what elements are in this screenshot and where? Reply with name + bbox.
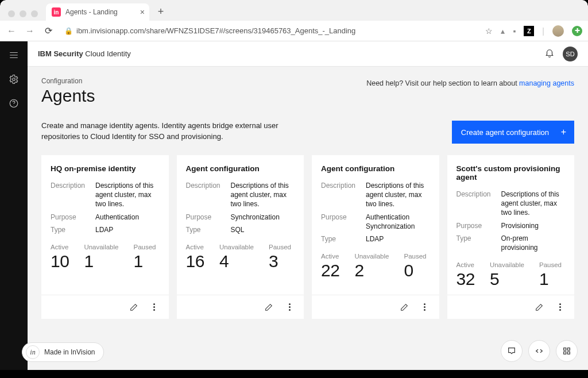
label-unavailable: Unavailable (354, 253, 389, 260)
user-avatar[interactable]: SD (563, 47, 578, 61)
extension-icon[interactable]: ▴ (501, 26, 505, 36)
stat-unavailable: 1 (84, 252, 118, 271)
left-rail (0, 41, 28, 370)
new-tab-button[interactable]: + (153, 3, 169, 20)
label-active: Active (186, 244, 204, 250)
browser-chrome: in Agents - Landing × + ← → ⟳ 🔒 ibm.invi… (0, 0, 588, 41)
card-description: Descriptions of this agent cluster, max … (366, 181, 430, 209)
svg-point-0 (13, 78, 16, 81)
invision-favicon-icon: in (52, 7, 61, 17)
stat-paused: 1 (539, 269, 562, 289)
card-title: Agent configuration (186, 164, 295, 173)
stat-active: 16 (186, 252, 204, 271)
extension-icon[interactable]: ▪ (513, 26, 516, 36)
stat-active: 22 (321, 261, 339, 280)
label-paused: Paused (404, 253, 426, 260)
overflow-menu-icon[interactable] (146, 299, 163, 316)
label-purpose: Purpose (457, 221, 501, 230)
stat-paused: 3 (269, 252, 291, 271)
agent-card[interactable]: HQ on-premise identity DescriptionDescri… (41, 155, 169, 319)
help-link[interactable]: managing agents (519, 79, 574, 87)
label-paused: Paused (539, 261, 562, 268)
menu-icon[interactable] (7, 48, 21, 62)
help-prefix: Need help? Visit our help section to lea… (366, 79, 519, 87)
card-purpose: Provisioning (501, 221, 539, 230)
traffic-min-icon[interactable] (20, 10, 26, 17)
label-description: Description (186, 181, 231, 209)
stat-active: 10 (51, 252, 69, 271)
label-description: Description (457, 190, 501, 218)
grid-icon[interactable] (556, 340, 578, 362)
reload-button[interactable]: ⟳ (42, 25, 54, 36)
card-purpose: Synchronization (231, 213, 280, 222)
label-purpose: Purpose (186, 213, 231, 222)
card-type: LDAP (366, 234, 384, 244)
invision-logo-icon: in (26, 345, 40, 359)
label-unavailable: Unavailable (219, 244, 254, 250)
extension-green-icon[interactable]: ✚ (572, 26, 582, 36)
tab-close-icon[interactable]: × (140, 7, 145, 17)
extension-z-icon[interactable]: Z (524, 26, 534, 36)
back-button[interactable]: ← (6, 26, 17, 36)
forward-button[interactable]: → (24, 26, 36, 36)
label-type: Type (186, 225, 231, 234)
label-unavailable: Unavailable (84, 244, 118, 250)
card-purpose: Authentication (95, 213, 139, 222)
agent-card[interactable]: Scott's custom provisioning agent Descri… (447, 155, 575, 319)
label-type: Type (457, 234, 501, 252)
card-title: Agent configuration (321, 164, 430, 173)
bookmark-star-icon[interactable]: ☆ (485, 26, 493, 36)
brand-light: Cloud Identity (83, 49, 131, 58)
browser-tab[interactable]: in Agents - Landing × (46, 3, 149, 21)
card-description: Descriptions of this agent cluster, max … (501, 190, 566, 218)
edit-icon[interactable] (531, 299, 548, 316)
window-controls[interactable] (5, 10, 42, 21)
label-paused: Paused (269, 244, 291, 250)
page-lead: Create and manage identity agents. Ident… (41, 121, 288, 142)
invision-toolbar (501, 340, 578, 362)
edit-icon[interactable] (260, 299, 277, 316)
traffic-close-icon[interactable] (8, 10, 15, 17)
profile-avatar[interactable] (552, 25, 564, 37)
agent-card[interactable]: Agent configuration DescriptionDescripti… (312, 155, 439, 319)
address-bar[interactable]: 🔒 ibm.invisionapp.com/share/WFNZS1IDSE7#… (61, 26, 478, 35)
label-type: Type (321, 234, 366, 244)
label-active: Active (321, 253, 339, 260)
help-icon[interactable] (7, 97, 21, 110)
overflow-menu-icon[interactable] (281, 299, 298, 316)
create-agent-button[interactable]: Create agent configuration + (452, 121, 574, 144)
invision-badge[interactable]: in Made in InVision (22, 342, 104, 362)
svg-rect-4 (567, 348, 570, 350)
card-type: On-prem provisioning (501, 234, 566, 252)
stat-unavailable: 2 (354, 261, 389, 280)
primary-button-label: Create agent configuration (461, 128, 549, 137)
stat-paused: 1 (133, 252, 156, 271)
url-text: ibm.invisionapp.com/share/WFNZS1IDSE7#/s… (76, 26, 355, 35)
card-description: Descriptions of this agent cluster, max … (231, 181, 295, 209)
code-icon[interactable] (528, 340, 550, 362)
lock-icon: 🔒 (64, 27, 73, 35)
agent-cards: HQ on-premise identity DescriptionDescri… (41, 155, 574, 319)
comment-icon[interactable] (501, 340, 523, 362)
help-text: Need help? Visit our help section to lea… (366, 77, 574, 87)
plus-icon: + (561, 127, 566, 137)
label-purpose: Purpose (321, 213, 366, 231)
overflow-menu-icon[interactable] (416, 299, 434, 316)
traffic-max-icon[interactable] (31, 10, 38, 17)
svg-point-2 (14, 105, 14, 106)
page-title: Agents (41, 86, 95, 106)
label-unavailable: Unavailable (490, 261, 524, 268)
edit-icon[interactable] (125, 299, 142, 316)
edit-icon[interactable] (396, 299, 413, 316)
notifications-icon[interactable] (544, 48, 555, 60)
label-type: Type (51, 225, 95, 234)
overflow-menu-icon[interactable] (551, 299, 568, 316)
svg-rect-6 (567, 352, 570, 354)
gear-icon[interactable] (7, 72, 21, 86)
tab-title: Agents - Landing (65, 8, 118, 16)
svg-rect-3 (564, 348, 566, 350)
agent-card[interactable]: Agent configuration DescriptionDescripti… (177, 155, 304, 319)
svg-rect-5 (564, 352, 566, 354)
label-purpose: Purpose (51, 213, 95, 222)
label-description: Description (51, 181, 95, 209)
